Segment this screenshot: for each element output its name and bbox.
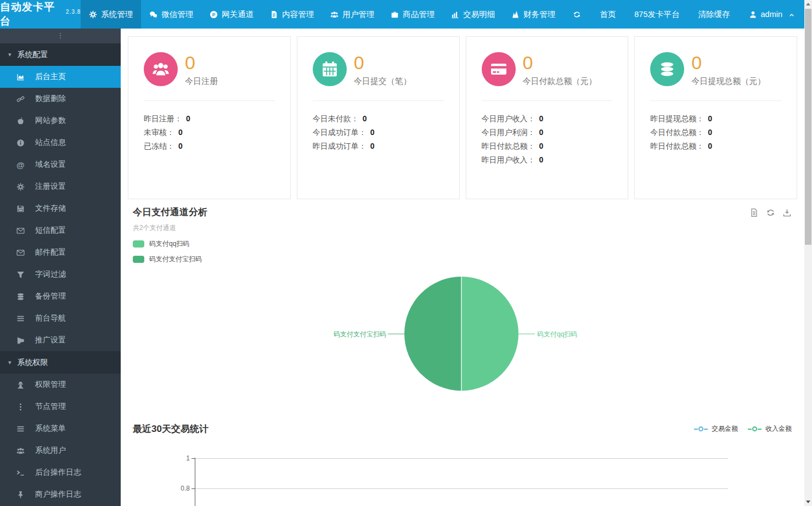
- nav-clear-cache[interactable]: 清除缓存: [689, 9, 740, 20]
- sidebar-item-label: 前台导航: [35, 313, 66, 323]
- nav-gateway-channel[interactable]: P 网关通道: [201, 0, 262, 29]
- nav-wechat-manage[interactable]: 微信管理: [141, 0, 201, 29]
- nav-label: 网关通道: [222, 9, 253, 20]
- sidebar-item-label: 备份管理: [35, 291, 66, 301]
- sidebar-item-front-nav[interactable]: 前台导航: [0, 307, 121, 329]
- legend-label: 收入金额: [765, 424, 792, 434]
- envelope-icon: [16, 227, 26, 235]
- nav-home-link[interactable]: 首页: [590, 9, 625, 20]
- sidebar-item-promo-settings[interactable]: 推广设置: [0, 329, 121, 351]
- sidebar-item-register-settings[interactable]: 注册设置: [0, 176, 121, 198]
- vertical-scrollbar[interactable]: [804, 0, 812, 506]
- nav-platform-link[interactable]: 875发卡平台: [625, 9, 689, 20]
- refresh-icon[interactable]: [766, 208, 775, 217]
- stat-row: 已冻结：0: [144, 139, 275, 153]
- top-navbar: 自动发卡平台2.3.8 系统管理 微信管理 P 网关通道 内容管理 用户管理 商…: [0, 0, 804, 29]
- sidebar-item-backend-home[interactable]: 后台主页: [0, 66, 121, 88]
- sidebar-item-label: 短信配置: [35, 226, 66, 235]
- nav-label: 875发卡平台: [634, 9, 679, 20]
- user-menu[interactable]: admin: [740, 10, 805, 19]
- y-axis-tick-label: 0.8: [174, 485, 190, 492]
- sidebar-item-label: 数据删除: [35, 94, 66, 104]
- legend-item-qq[interactable]: 码支付qq扫码: [133, 239, 792, 249]
- section-subtitle: 共2个支付通道: [133, 223, 792, 233]
- refresh-icon: [573, 10, 581, 19]
- legend-line: [704, 429, 708, 430]
- sidebar-item-perm-manage[interactable]: 权限管理: [0, 374, 121, 396]
- sidebar-item-admin-op-log[interactable]: 后台操作日志: [0, 462, 121, 483]
- sidebar-item-word-filter[interactable]: 字词过滤: [0, 263, 121, 285]
- legend-swatch: [133, 240, 144, 248]
- refresh-button[interactable]: [563, 10, 590, 19]
- user-icon: [749, 10, 757, 19]
- nav-label: 财务管理: [523, 9, 555, 20]
- sidebar-item-data-delete[interactable]: 数据删除: [0, 88, 121, 110]
- brand-logo[interactable]: 自动发卡平台2.3.8: [0, 0, 81, 29]
- legend-item-alipay[interactable]: 码支付支付宝扫码: [133, 255, 792, 264]
- sidebar-section-system-config[interactable]: ▾ 系统配置: [0, 43, 121, 66]
- unlink-icon: [16, 95, 26, 103]
- bars-icon: [16, 314, 26, 323]
- nav-system-manage[interactable]: 系统管理: [81, 0, 141, 29]
- section-title: 系统配置: [18, 50, 48, 60]
- y-axis-line: [195, 458, 195, 506]
- nav-goods-manage[interactable]: 商品管理: [382, 0, 443, 29]
- bars-icon: [16, 425, 26, 433]
- sidebar-item-file-storage[interactable]: 文件存储: [0, 198, 121, 220]
- finance-icon: [511, 10, 520, 19]
- nav-content-manage[interactable]: 内容管理: [262, 0, 322, 29]
- info-circle-icon: [16, 139, 26, 147]
- coins-icon: [650, 52, 684, 86]
- sidebar-item-label: 节点管理: [35, 402, 66, 412]
- download-icon[interactable]: [782, 208, 792, 217]
- sidebar-item-domain-settings[interactable]: @ 域名设置: [0, 154, 121, 176]
- user-secret-icon: [16, 381, 26, 389]
- sidebar-section-system-perms[interactable]: ▾ 系统权限: [0, 351, 121, 374]
- data-view-icon[interactable]: [749, 208, 759, 217]
- sidebar: ⋮ ▾ 系统配置 后台主页 数据删除 网站参数 站点信息 @ 域名设置 注册设置…: [0, 29, 121, 506]
- sidebar-item-label: 后台主页: [35, 72, 66, 82]
- nav-trade-detail[interactable]: 交易明细: [443, 0, 503, 29]
- pie-label-line: [518, 334, 535, 334]
- sidebar-item-sms-config[interactable]: 短信配置: [0, 220, 121, 241]
- scroll-down-arrow[interactable]: [804, 498, 812, 506]
- file-lines-icon: [270, 10, 278, 19]
- gridline: [195, 488, 728, 489]
- stat-row: 未审核：0: [144, 126, 275, 139]
- nav-user-manage[interactable]: 用户管理: [322, 0, 382, 29]
- pie-slice-label-qq: 码支付qq扫码: [537, 330, 577, 339]
- username: admin: [761, 10, 783, 19]
- sidebar-item-label: 文件存储: [35, 204, 66, 213]
- sidebar-item-merchant-op-log[interactable]: 商户操作日志: [0, 483, 121, 505]
- caret-down-icon: ▾: [8, 51, 12, 58]
- sidebar-item-system-menu[interactable]: 系统菜单: [0, 418, 121, 440]
- gear-icon: [16, 183, 26, 191]
- triangle-up-icon: [806, 3, 810, 5]
- sidebar-item-label: 系统菜单: [35, 424, 66, 434]
- stat-row: 今日付款总额：0: [650, 126, 781, 139]
- nav-label: 内容管理: [282, 9, 314, 20]
- stat-value: 0: [523, 52, 597, 73]
- main-menu: 系统管理 微信管理 P 网关通道 内容管理 用户管理 商品管理 交易明细 财务管: [81, 0, 563, 29]
- sidebar-item-node-manage[interactable]: 节点管理: [0, 396, 121, 418]
- floppy-icon: [16, 205, 26, 213]
- bar-chart-icon: [451, 10, 459, 19]
- legend-item-income-amount[interactable]: 收入金额: [748, 424, 792, 434]
- stat-row: 昨日提现总额：0: [650, 112, 781, 126]
- svg-text:P: P: [212, 12, 216, 17]
- sidebar-item-mail-config[interactable]: 邮件配置: [0, 241, 121, 263]
- stat-card-today-payment: 0 今日付款总额（元） 今日用户收入：0 今日用户利润：0 昨日付款总额：0 昨…: [466, 36, 629, 199]
- legend-item-trade-amount[interactable]: 交易金额: [694, 424, 738, 434]
- scroll-up-arrow[interactable]: [804, 0, 812, 8]
- nav-finance-manage[interactable]: 财务管理: [503, 0, 563, 29]
- sidebar-item-label: 权限管理: [35, 380, 66, 390]
- sidebar-item-site-info[interactable]: 站点信息: [0, 132, 121, 154]
- sidebar-item-label: 站点信息: [35, 138, 66, 148]
- sidebar-item-site-params[interactable]: 网站参数: [0, 110, 121, 132]
- sidebar-collapse-toggle[interactable]: ⋮: [0, 29, 121, 43]
- sidebar-item-system-users[interactable]: 系统用户: [0, 440, 121, 462]
- sidebar-item-backup-manage[interactable]: 备份管理: [0, 285, 121, 307]
- triangle-down-icon: [806, 501, 810, 503]
- scrollbar-thumb[interactable]: [805, 9, 811, 245]
- stat-label: 今日提交（笔）: [354, 76, 411, 87]
